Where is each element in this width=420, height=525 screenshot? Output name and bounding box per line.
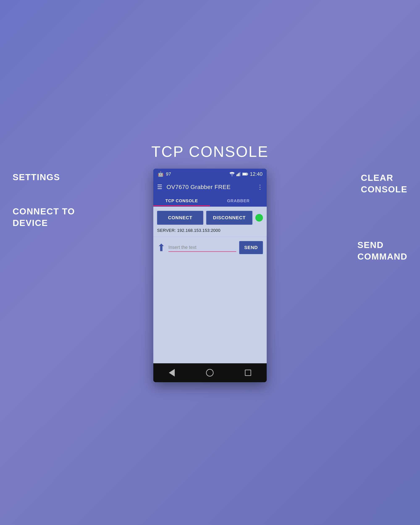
connection-buttons: CONNECT DISCONNECT (157, 211, 263, 225)
command-input[interactable] (168, 245, 236, 250)
label-clear-console: CLEARCONSOLE (361, 172, 407, 195)
nav-back-button[interactable] (169, 369, 175, 376)
notification-count: 97 (166, 171, 171, 177)
tab-tcp-console[interactable]: TCP CONSOLE (153, 195, 210, 206)
tabs-container: TCP CONSOLE GRABBER (153, 195, 267, 207)
home-icon (206, 369, 214, 376)
svg-rect-4 (240, 172, 241, 176)
label-settings: SETTINGS (13, 172, 60, 182)
label-send-command: SENDCOMMAND (357, 239, 407, 262)
svg-rect-1 (236, 175, 237, 176)
connection-section: CONNECT DISCONNECT SERVER: 192.168.153.1… (153, 207, 267, 237)
android-icon: 🤖 (158, 171, 164, 177)
status-time: 12:40 (250, 171, 262, 177)
app-title: OV7670 Grabber FREE (167, 184, 257, 190)
back-icon (169, 369, 175, 376)
console-input-section: ⬆ SEND (153, 237, 267, 258)
nav-bar (153, 363, 267, 382)
svg-point-0 (232, 175, 233, 176)
signal-icon (236, 172, 241, 176)
battery-icon (242, 172, 248, 176)
wifi-icon (229, 172, 235, 176)
status-left: 🤖 97 (158, 171, 171, 177)
disconnect-button[interactable]: DISCONNECT (206, 211, 252, 225)
nav-recent-button[interactable] (245, 370, 251, 376)
status-right: 12:40 (229, 171, 262, 177)
svg-rect-3 (239, 173, 239, 176)
label-connect-to-device: CONNECT TODEVICE (13, 206, 75, 229)
input-row: ⬆ SEND (157, 241, 263, 254)
hamburger-menu-icon[interactable]: ☰ (157, 184, 162, 190)
status-bar: 🤖 97 12:40 (153, 169, 267, 179)
recent-icon (245, 370, 251, 376)
content-area: CONNECT DISCONNECT SERVER: 192.168.153.1… (153, 207, 267, 363)
more-vert-icon[interactable]: ⋮ (257, 184, 263, 190)
tab-grabber[interactable]: GRABBER (210, 195, 267, 206)
upload-icon[interactable]: ⬆ (157, 242, 166, 253)
svg-rect-6 (247, 173, 248, 175)
phone-frame: 🤖 97 12:40 (153, 169, 267, 382)
nav-home-button[interactable] (206, 369, 214, 376)
page-title: TCP CONSOLE (151, 143, 269, 160)
send-button[interactable]: SEND (239, 241, 263, 254)
connection-status-indicator (255, 214, 263, 222)
console-output-area (153, 258, 267, 363)
svg-rect-7 (243, 173, 247, 175)
app-bar: ☰ OV7670 Grabber FREE ⋮ (153, 179, 267, 195)
text-input-wrapper (168, 244, 236, 252)
server-info: SERVER: 192.168.153.153:2000 (157, 228, 263, 233)
connect-button[interactable]: CONNECT (157, 211, 203, 225)
svg-rect-2 (237, 174, 238, 176)
